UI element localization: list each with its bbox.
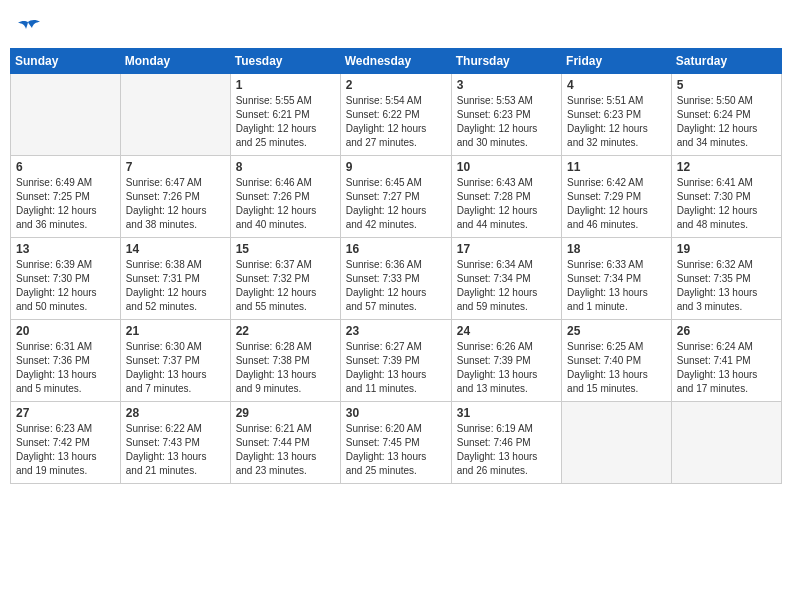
day-info: Sunrise: 6:31 AMSunset: 7:36 PMDaylight:… <box>16 340 115 396</box>
day-number: 23 <box>346 324 446 338</box>
day-info: Sunrise: 6:26 AMSunset: 7:39 PMDaylight:… <box>457 340 556 396</box>
day-info: Sunrise: 6:36 AMSunset: 7:33 PMDaylight:… <box>346 258 446 314</box>
calendar-cell: 7Sunrise: 6:47 AMSunset: 7:26 PMDaylight… <box>120 156 230 238</box>
logo-icon <box>14 18 42 40</box>
calendar-cell: 4Sunrise: 5:51 AMSunset: 6:23 PMDaylight… <box>562 74 672 156</box>
calendar-day-header: Sunday <box>11 49 121 74</box>
calendar-cell: 1Sunrise: 5:55 AMSunset: 6:21 PMDaylight… <box>230 74 340 156</box>
calendar-cell: 8Sunrise: 6:46 AMSunset: 7:26 PMDaylight… <box>230 156 340 238</box>
day-number: 18 <box>567 242 666 256</box>
day-number: 29 <box>236 406 335 420</box>
day-info: Sunrise: 5:50 AMSunset: 6:24 PMDaylight:… <box>677 94 776 150</box>
calendar-header-row: SundayMondayTuesdayWednesdayThursdayFrid… <box>11 49 782 74</box>
day-number: 28 <box>126 406 225 420</box>
calendar-cell: 22Sunrise: 6:28 AMSunset: 7:38 PMDayligh… <box>230 320 340 402</box>
logo <box>14 18 46 40</box>
page-header <box>10 10 782 40</box>
day-number: 11 <box>567 160 666 174</box>
calendar-cell: 6Sunrise: 6:49 AMSunset: 7:25 PMDaylight… <box>11 156 121 238</box>
day-number: 7 <box>126 160 225 174</box>
calendar-cell: 18Sunrise: 6:33 AMSunset: 7:34 PMDayligh… <box>562 238 672 320</box>
calendar-cell: 11Sunrise: 6:42 AMSunset: 7:29 PMDayligh… <box>562 156 672 238</box>
day-number: 20 <box>16 324 115 338</box>
day-number: 14 <box>126 242 225 256</box>
calendar-week-row: 20Sunrise: 6:31 AMSunset: 7:36 PMDayligh… <box>11 320 782 402</box>
day-info: Sunrise: 6:27 AMSunset: 7:39 PMDaylight:… <box>346 340 446 396</box>
day-info: Sunrise: 6:24 AMSunset: 7:41 PMDaylight:… <box>677 340 776 396</box>
calendar-cell: 23Sunrise: 6:27 AMSunset: 7:39 PMDayligh… <box>340 320 451 402</box>
day-info: Sunrise: 6:46 AMSunset: 7:26 PMDaylight:… <box>236 176 335 232</box>
calendar-cell <box>120 74 230 156</box>
day-number: 13 <box>16 242 115 256</box>
day-info: Sunrise: 6:45 AMSunset: 7:27 PMDaylight:… <box>346 176 446 232</box>
calendar-cell: 9Sunrise: 6:45 AMSunset: 7:27 PMDaylight… <box>340 156 451 238</box>
day-info: Sunrise: 6:21 AMSunset: 7:44 PMDaylight:… <box>236 422 335 478</box>
calendar-cell: 5Sunrise: 5:50 AMSunset: 6:24 PMDaylight… <box>671 74 781 156</box>
day-number: 31 <box>457 406 556 420</box>
day-number: 26 <box>677 324 776 338</box>
calendar-cell: 2Sunrise: 5:54 AMSunset: 6:22 PMDaylight… <box>340 74 451 156</box>
day-number: 2 <box>346 78 446 92</box>
day-info: Sunrise: 6:34 AMSunset: 7:34 PMDaylight:… <box>457 258 556 314</box>
calendar-cell: 12Sunrise: 6:41 AMSunset: 7:30 PMDayligh… <box>671 156 781 238</box>
day-info: Sunrise: 6:37 AMSunset: 7:32 PMDaylight:… <box>236 258 335 314</box>
calendar-day-header: Monday <box>120 49 230 74</box>
calendar-cell <box>671 402 781 484</box>
calendar-day-header: Saturday <box>671 49 781 74</box>
day-number: 4 <box>567 78 666 92</box>
calendar-week-row: 27Sunrise: 6:23 AMSunset: 7:42 PMDayligh… <box>11 402 782 484</box>
day-info: Sunrise: 6:41 AMSunset: 7:30 PMDaylight:… <box>677 176 776 232</box>
calendar-cell: 20Sunrise: 6:31 AMSunset: 7:36 PMDayligh… <box>11 320 121 402</box>
day-info: Sunrise: 6:39 AMSunset: 7:30 PMDaylight:… <box>16 258 115 314</box>
calendar-cell: 29Sunrise: 6:21 AMSunset: 7:44 PMDayligh… <box>230 402 340 484</box>
calendar-cell: 17Sunrise: 6:34 AMSunset: 7:34 PMDayligh… <box>451 238 561 320</box>
day-number: 17 <box>457 242 556 256</box>
day-info: Sunrise: 6:30 AMSunset: 7:37 PMDaylight:… <box>126 340 225 396</box>
day-number: 16 <box>346 242 446 256</box>
calendar-cell: 26Sunrise: 6:24 AMSunset: 7:41 PMDayligh… <box>671 320 781 402</box>
calendar-cell: 15Sunrise: 6:37 AMSunset: 7:32 PMDayligh… <box>230 238 340 320</box>
day-info: Sunrise: 6:32 AMSunset: 7:35 PMDaylight:… <box>677 258 776 314</box>
day-number: 8 <box>236 160 335 174</box>
day-number: 6 <box>16 160 115 174</box>
calendar-week-row: 1Sunrise: 5:55 AMSunset: 6:21 PMDaylight… <box>11 74 782 156</box>
calendar-day-header: Wednesday <box>340 49 451 74</box>
day-number: 24 <box>457 324 556 338</box>
day-info: Sunrise: 5:53 AMSunset: 6:23 PMDaylight:… <box>457 94 556 150</box>
day-number: 22 <box>236 324 335 338</box>
calendar-cell: 16Sunrise: 6:36 AMSunset: 7:33 PMDayligh… <box>340 238 451 320</box>
calendar-week-row: 13Sunrise: 6:39 AMSunset: 7:30 PMDayligh… <box>11 238 782 320</box>
day-number: 1 <box>236 78 335 92</box>
calendar-cell <box>11 74 121 156</box>
day-number: 15 <box>236 242 335 256</box>
day-info: Sunrise: 5:54 AMSunset: 6:22 PMDaylight:… <box>346 94 446 150</box>
day-info: Sunrise: 6:42 AMSunset: 7:29 PMDaylight:… <box>567 176 666 232</box>
day-info: Sunrise: 5:51 AMSunset: 6:23 PMDaylight:… <box>567 94 666 150</box>
day-info: Sunrise: 6:22 AMSunset: 7:43 PMDaylight:… <box>126 422 225 478</box>
day-number: 5 <box>677 78 776 92</box>
day-number: 27 <box>16 406 115 420</box>
day-info: Sunrise: 6:43 AMSunset: 7:28 PMDaylight:… <box>457 176 556 232</box>
day-number: 30 <box>346 406 446 420</box>
day-number: 12 <box>677 160 776 174</box>
day-number: 10 <box>457 160 556 174</box>
day-info: Sunrise: 6:38 AMSunset: 7:31 PMDaylight:… <box>126 258 225 314</box>
day-number: 9 <box>346 160 446 174</box>
calendar-cell: 27Sunrise: 6:23 AMSunset: 7:42 PMDayligh… <box>11 402 121 484</box>
day-number: 3 <box>457 78 556 92</box>
day-number: 25 <box>567 324 666 338</box>
calendar-cell: 25Sunrise: 6:25 AMSunset: 7:40 PMDayligh… <box>562 320 672 402</box>
day-info: Sunrise: 6:33 AMSunset: 7:34 PMDaylight:… <box>567 258 666 314</box>
day-info: Sunrise: 6:23 AMSunset: 7:42 PMDaylight:… <box>16 422 115 478</box>
day-info: Sunrise: 6:19 AMSunset: 7:46 PMDaylight:… <box>457 422 556 478</box>
calendar-cell: 31Sunrise: 6:19 AMSunset: 7:46 PMDayligh… <box>451 402 561 484</box>
calendar-cell: 19Sunrise: 6:32 AMSunset: 7:35 PMDayligh… <box>671 238 781 320</box>
calendar-cell: 14Sunrise: 6:38 AMSunset: 7:31 PMDayligh… <box>120 238 230 320</box>
day-info: Sunrise: 6:47 AMSunset: 7:26 PMDaylight:… <box>126 176 225 232</box>
calendar-day-header: Tuesday <box>230 49 340 74</box>
calendar-week-row: 6Sunrise: 6:49 AMSunset: 7:25 PMDaylight… <box>11 156 782 238</box>
calendar-cell: 13Sunrise: 6:39 AMSunset: 7:30 PMDayligh… <box>11 238 121 320</box>
calendar-cell: 28Sunrise: 6:22 AMSunset: 7:43 PMDayligh… <box>120 402 230 484</box>
day-info: Sunrise: 6:25 AMSunset: 7:40 PMDaylight:… <box>567 340 666 396</box>
calendar-cell: 30Sunrise: 6:20 AMSunset: 7:45 PMDayligh… <box>340 402 451 484</box>
